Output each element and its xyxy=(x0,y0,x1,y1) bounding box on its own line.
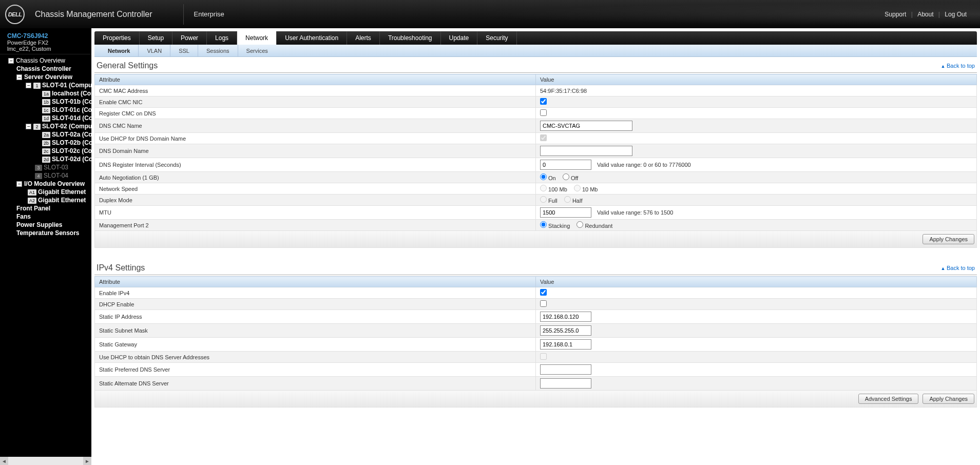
row-label: Enable IPv4 xyxy=(95,287,536,299)
tab-troubleshooting[interactable]: Troubleshooting xyxy=(380,31,441,45)
general-button-row: Apply Changes xyxy=(94,231,977,248)
tree-server-overview[interactable]: Server Overview xyxy=(24,73,72,81)
collapse-icon[interactable]: − xyxy=(16,181,22,187)
tree-slot-02[interactable]: SLOT-02 (Compute xyxy=(42,123,91,130)
duplex-half-radio xyxy=(564,196,571,203)
register-dns-checkbox[interactable] xyxy=(540,109,547,116)
static-gateway-input[interactable] xyxy=(540,339,591,350)
tab-user-authentication[interactable]: User Authentication xyxy=(277,31,347,45)
netspeed-10-radio xyxy=(574,185,581,191)
tree-slot-02a[interactable]: SLOT-02a (Con xyxy=(52,131,91,138)
apply-changes-button[interactable]: Apply Changes xyxy=(923,234,974,244)
tree-chassis-controller[interactable]: Chassis Controller xyxy=(16,65,71,72)
about-link[interactable]: About xyxy=(917,11,933,18)
tab-logs[interactable]: Logs xyxy=(207,31,237,45)
mac-address-value: 54:9F:35:17:C6:98 xyxy=(536,85,977,96)
sidebar: CMC-7S6J942 PowerEdge FX2 lmc_e22, Custo… xyxy=(0,28,91,465)
subtab-vlan[interactable]: VLAN xyxy=(139,45,170,56)
dns-interval-input[interactable] xyxy=(540,160,591,170)
row-label: Static IP Address xyxy=(95,310,536,324)
row-label: Auto Negotiation (1 GB) xyxy=(95,172,536,183)
tree-fans[interactable]: Fans xyxy=(16,213,31,220)
tree-slot-01a[interactable]: localhost (Com xyxy=(52,90,91,97)
dhcp-enable-checkbox[interactable] xyxy=(540,300,547,307)
subtab-network[interactable]: Network xyxy=(100,45,139,56)
tab-setup[interactable]: Setup xyxy=(140,31,172,45)
apply-changes-button[interactable]: Apply Changes xyxy=(923,394,974,404)
tree-slot-01d[interactable]: SLOT-01d (Con xyxy=(52,114,91,122)
tree-slot-02d[interactable]: SLOT-02d (Con xyxy=(52,156,91,163)
tree-slot-01b[interactable]: SLOT-01b (Con xyxy=(52,98,91,105)
row-label: DHCP Enable xyxy=(95,299,536,310)
collapse-icon[interactable]: − xyxy=(8,58,14,64)
duplex-full-radio xyxy=(540,196,547,203)
row-label: Static Gateway xyxy=(95,338,536,352)
preferred-dns-input[interactable] xyxy=(540,364,591,375)
mgmt2-redundant-radio[interactable] xyxy=(577,221,583,228)
collapse-icon[interactable]: − xyxy=(16,74,22,80)
static-ip-input[interactable] xyxy=(540,312,591,322)
model-label: PowerEdge FX2 xyxy=(7,40,86,46)
row-label: Register CMC on DNS xyxy=(95,108,536,119)
tab-update[interactable]: Update xyxy=(441,31,478,45)
custom-label: lmc_e22, Custom xyxy=(7,46,86,52)
tree-power-supplies[interactable]: Power Supplies xyxy=(16,221,62,228)
tab-power[interactable]: Power xyxy=(172,31,207,45)
subnet-mask-input[interactable] xyxy=(540,325,591,336)
service-tag[interactable]: CMC-7S6J942 xyxy=(7,32,86,40)
dns-cmc-name-input[interactable] xyxy=(540,121,632,131)
sidebar-scrollbar[interactable]: ◄ ► xyxy=(0,457,91,465)
subtab-services[interactable]: Services xyxy=(238,45,276,56)
subtab-sessions[interactable]: Sessions xyxy=(198,45,238,56)
row-label: DNS Domain Name xyxy=(95,144,536,158)
auto-neg-off-radio[interactable] xyxy=(563,173,569,180)
tree-io-module-overview[interactable]: I/O Module Overview xyxy=(24,180,85,187)
section-title-general: General Settings xyxy=(97,61,158,70)
dhcp-dns-checkbox xyxy=(540,353,547,360)
subtab-ssl[interactable]: SSL xyxy=(170,45,198,56)
main-panel: Properties Setup Power Logs Network User… xyxy=(91,28,980,465)
tree-chassis-overview[interactable]: Chassis Overview xyxy=(16,57,65,64)
mtu-input[interactable] xyxy=(540,207,591,218)
scroll-right-icon[interactable]: ► xyxy=(83,457,91,465)
tree-front-panel[interactable]: Front Panel xyxy=(16,205,50,212)
alternate-dns-input[interactable] xyxy=(540,378,591,389)
content-area: General Settings Back to top Attribute V… xyxy=(91,57,980,465)
logout-link[interactable]: Log Out xyxy=(945,11,967,18)
row-label: Static Alternate DNS Server xyxy=(95,377,536,391)
back-to-top-link[interactable]: Back to top xyxy=(941,63,975,69)
advanced-settings-button[interactable]: Advanced Settings xyxy=(858,394,919,404)
back-to-top-link[interactable]: Back to top xyxy=(941,265,975,271)
tab-properties[interactable]: Properties xyxy=(94,31,140,45)
dns-domain-name-input[interactable] xyxy=(540,146,632,156)
collapse-icon[interactable]: − xyxy=(26,124,31,129)
tree-slot-01c[interactable]: SLOT-01c (Con xyxy=(52,106,91,113)
scroll-left-icon[interactable]: ◄ xyxy=(0,457,8,465)
tab-security[interactable]: Security xyxy=(477,31,516,45)
row-label: DNS Register Interval (Seconds) xyxy=(95,158,536,172)
tree-io-a2[interactable]: Gigabit Ethernet xyxy=(38,197,86,204)
tab-alerts[interactable]: Alerts xyxy=(347,31,380,45)
row-label: Use DHCP to obtain DNS Server Addresses xyxy=(95,352,536,363)
tree-io-a1[interactable]: Gigabit Ethernet xyxy=(38,188,86,196)
tree-slot-02b[interactable]: SLOT-02b (Con xyxy=(52,139,91,146)
tab-network[interactable]: Network xyxy=(237,31,277,45)
auto-neg-on-radio[interactable] xyxy=(540,173,547,180)
support-link[interactable]: Support xyxy=(885,11,906,18)
main-tabs: Properties Setup Power Logs Network User… xyxy=(94,31,977,45)
tree-slot-02c[interactable]: SLOT-02c (Con xyxy=(52,147,91,154)
top-bar: DELL Chassis Management Controller Enter… xyxy=(0,0,980,28)
col-value: Value xyxy=(536,277,977,287)
row-label: CMC MAC Address xyxy=(95,85,536,96)
tree-slot-03[interactable]: SLOT-03 xyxy=(44,164,68,171)
row-label: Management Port 2 xyxy=(95,220,536,231)
enable-nic-checkbox[interactable] xyxy=(540,98,547,105)
netspeed-100-radio xyxy=(540,185,547,191)
mgmt2-stacking-radio[interactable] xyxy=(540,221,547,228)
tree-temperature-sensors[interactable]: Temperature Sensors xyxy=(16,229,80,237)
collapse-icon[interactable]: − xyxy=(26,83,31,88)
use-dhcp-dns-checkbox xyxy=(540,134,547,141)
tree-slot-01[interactable]: SLOT-01 (Compute xyxy=(42,82,91,89)
enable-ipv4-checkbox[interactable] xyxy=(540,289,547,296)
tree-slot-04[interactable]: SLOT-04 xyxy=(44,172,68,179)
